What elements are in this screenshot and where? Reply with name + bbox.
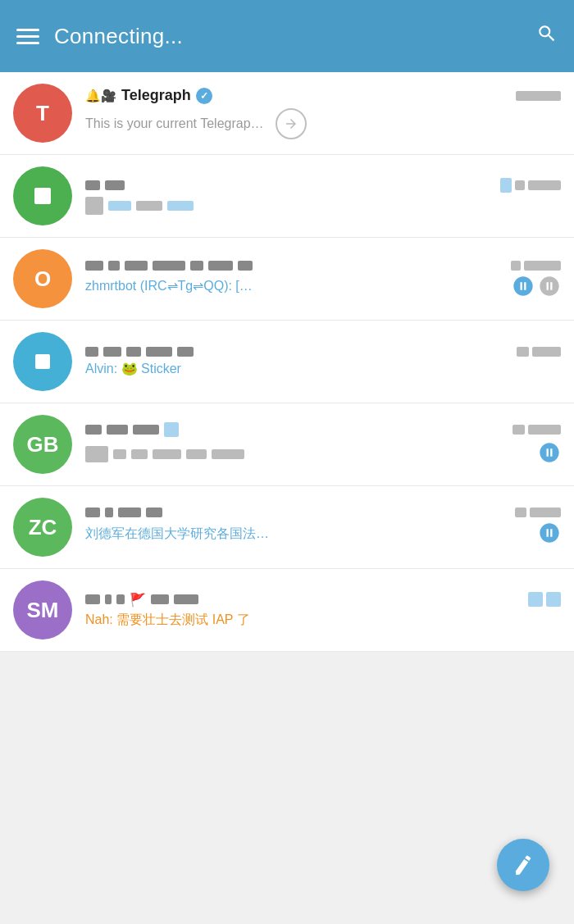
chat-item-3[interactable]: O zhmrtbot (IRC⇌Tg⇌QQ): [… [0, 238, 574, 321]
preview-line-3: zhmrtbot (IRC⇌Tg⇌QQ): [… [85, 275, 561, 298]
forward-icon-6 [538, 521, 561, 548]
chat-content-4: Alvin: 🐸 Sticker [85, 347, 561, 376]
avatar-4 [13, 332, 72, 391]
avatar-3: O [13, 249, 72, 308]
chat-header-3 [85, 261, 561, 271]
chat-content-7: 🚩 Nah: 需要壮士去测试 IAP 了 [85, 592, 561, 629]
avatar-7: SM [13, 580, 72, 640]
top-bar-left: Connecting... [16, 24, 183, 49]
compose-fab[interactable] [497, 839, 549, 891]
avatar-inner-4 [35, 354, 50, 369]
time-area-4 [517, 347, 561, 357]
time-area-3 [511, 261, 561, 271]
verified-icon [196, 88, 212, 104]
chat-header-7: 🚩 [85, 592, 561, 608]
chat-preview-telegraph: This is your current Telegrap… [85, 116, 264, 131]
chat-preview-7: Nah: 需要壮士去测试 IAP 了 [85, 612, 250, 629]
time-area-5 [512, 425, 561, 435]
chat-header-5 [85, 422, 561, 437]
preview-line-7: Nah: 需要壮士去测试 IAP 了 [85, 612, 561, 629]
chat-item-2[interactable] [0, 155, 574, 238]
avatar-5: GB [13, 415, 72, 474]
emoji-icon-2 [85, 197, 103, 215]
avatar-inner-2 [34, 188, 51, 204]
chat-name-6 [85, 508, 162, 517]
chat-name-telegraph: 🔔🎥 Telegraph [85, 87, 212, 104]
preview-line-5 [85, 441, 561, 467]
pencil-icon [510, 852, 536, 878]
preview-line-telegraph: This is your current Telegrap… [85, 108, 561, 139]
time-area-7 [528, 592, 561, 607]
chat-header-telegraph: 🔔🎥 Telegraph [85, 87, 561, 104]
chat-name-7: 🚩 [85, 592, 198, 608]
preview-line-6: 刘德军在德国大学研究各国法… [85, 521, 561, 548]
hamburger-menu-button[interactable] [16, 29, 39, 44]
search-button[interactable] [536, 23, 558, 50]
chat-name-3 [85, 261, 253, 271]
chat-list: T 🔔🎥 Telegraph This is your current Tele… [0, 72, 574, 652]
envelope-icon-5 [85, 446, 108, 462]
meta-icons-3 [512, 275, 561, 298]
chat-name-2 [85, 180, 125, 190]
chat-header-6 [85, 508, 561, 517]
top-bar-title: Connecting... [54, 24, 183, 49]
chat-item-4[interactable]: Alvin: 🐸 Sticker [0, 321, 574, 403]
chat-header-2 [85, 178, 561, 193]
chat-preview-3: zhmrtbot (IRC⇌Tg⇌QQ): [… [85, 278, 253, 294]
avatar-telegraph: T [13, 84, 72, 143]
chat-content-6: 刘德军在德国大学研究各国法… [85, 508, 561, 548]
time-blurred [516, 91, 561, 101]
time-area-2 [500, 178, 561, 193]
chat-header-4 [85, 347, 561, 357]
mute-cam-icons: 🔔🎥 [85, 89, 116, 103]
chat-preview-6: 刘德军在德国大学研究各国法… [85, 526, 269, 543]
chat-item-6[interactable]: ZC 刘德军在德国大学研究各国法… [0, 486, 574, 569]
preview-line-4: Alvin: 🐸 Sticker [85, 361, 561, 376]
chat-preview-4: Alvin: 🐸 Sticker [85, 361, 181, 376]
time-area-telegraph [516, 91, 561, 101]
forward-icon-5 [538, 441, 561, 467]
preview-line-2 [85, 197, 561, 215]
chat-name-5 [85, 422, 179, 437]
avatar-6: ZC [13, 498, 72, 557]
chat-name-4 [85, 347, 194, 357]
top-bar: Connecting... [0, 0, 574, 72]
chat-content-2 [85, 178, 561, 215]
chat-item-5[interactable]: GB [0, 403, 574, 486]
mute-icon-3 [538, 275, 561, 298]
chat-content-telegraph: 🔔🎥 Telegraph This is your current Telegr… [85, 87, 561, 139]
chat-content-5 [85, 422, 561, 467]
time-area-6 [515, 508, 561, 517]
chat-item-7[interactable]: SM 🚩 Nah: 需要壮士去测试 IAP 了 [0, 569, 574, 652]
chat-content-3: zhmrtbot (IRC⇌Tg⇌QQ): [… [85, 261, 561, 298]
bot-icon-3 [512, 275, 535, 298]
forward-button-telegraph[interactable] [276, 108, 307, 139]
avatar-2 [13, 166, 72, 225]
chat-item-telegraph[interactable]: T 🔔🎥 Telegraph This is your current Tele… [0, 72, 574, 155]
